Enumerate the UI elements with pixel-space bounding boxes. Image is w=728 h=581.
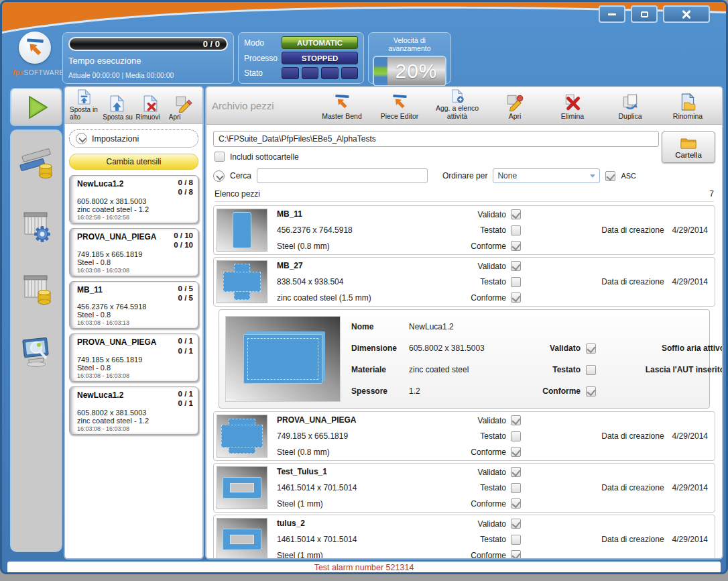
sidebar-item-pieces-archive[interactable] — [17, 143, 56, 182]
close-icon — [682, 9, 691, 19]
execution-stats: Attuale 00:00:00 | Media 00:00:00 — [68, 71, 228, 79]
edit-pencil-icon — [505, 93, 524, 111]
asc-checkbox[interactable] — [605, 171, 615, 181]
testato-checkbox[interactable] — [511, 225, 521, 235]
job-card[interactable]: NewLuca1.2 0 / 10 / 1 605.8002 x 381.500… — [69, 386, 198, 435]
folder-path-input[interactable] — [213, 131, 659, 147]
conforme-checkbox[interactable] — [511, 550, 521, 560]
validato-checkbox[interactable] — [586, 344, 596, 354]
cartella-button[interactable]: Cartella — [662, 131, 715, 163]
remove-button[interactable]: Rimuovi — [134, 89, 167, 122]
job-counts: 0 / 80 / 8 — [178, 178, 193, 197]
duplicate-piece-button[interactable]: Duplica — [601, 89, 659, 122]
search-label: Cerca — [230, 171, 251, 180]
close-button[interactable] — [663, 5, 710, 23]
job-card[interactable]: PROVA_UNA_PIEGA 0 / 10 / 1 749.185 x 665… — [69, 333, 198, 382]
delete-x-icon — [563, 93, 582, 111]
brand-name: fpsSOFTWARE — [13, 69, 57, 76]
duplicate-icon — [621, 93, 640, 111]
minimize-icon — [608, 13, 616, 15]
search-input[interactable] — [257, 168, 428, 183]
impostazioni-dropdown[interactable]: Impostazioni — [69, 129, 198, 148]
stato-indicator — [282, 67, 299, 79]
order-by-select[interactable]: None — [493, 168, 600, 183]
job-card[interactable]: PROVA_UNA_PIEGA 0 / 100 / 10 749.185 x 6… — [69, 228, 198, 276]
include-subfolders-checkbox[interactable] — [215, 152, 225, 162]
piece-row[interactable]: tulus_2 1461.5014 x 701.5014 Steel (1 mm… — [213, 515, 715, 560]
validato-checkbox[interactable] — [511, 415, 521, 425]
conforme-checkbox[interactable] — [511, 498, 521, 509]
piece-row[interactable]: MB_11 456.2376 x 764.5918 Steel (0.8 mm)… — [213, 205, 715, 255]
creation-date-value: 4/29/2014 — [672, 535, 708, 544]
detail-nome-value: NewLuca1.2 — [409, 322, 520, 331]
job-card[interactable]: NewLuca1.2 0 / 80 / 8 605.8002 x 381.500… — [69, 175, 198, 223]
piece-thumbnail — [217, 518, 267, 560]
piece-row[interactable]: Test_Tulus_1 1461.5014 x 701.5014 Steel … — [213, 463, 715, 513]
execution-title: Tempo esecuzione — [68, 56, 228, 66]
execution-progress-value: 0 / 0 — [203, 39, 220, 49]
alarm-bar: Test alarm number 521314 — [7, 562, 721, 573]
alarm-text: Test alarm number 521314 — [314, 563, 414, 572]
creation-date-label: Data di creazione — [601, 225, 664, 235]
stato-label: Stato — [244, 68, 282, 78]
open-piece-button[interactable]: Apri — [486, 89, 544, 122]
sidebar-item-tooling-setup[interactable] — [17, 206, 56, 245]
sidebar-item-tool-archive[interactable] — [17, 269, 56, 308]
testato-checkbox[interactable] — [511, 535, 521, 545]
stato-indicator — [302, 67, 319, 79]
creation-date-value: 4/29/2014 — [672, 277, 708, 286]
conforme-checkbox[interactable] — [511, 241, 521, 251]
validato-checkbox[interactable] — [511, 467, 521, 477]
testato-checkbox[interactable] — [586, 365, 596, 375]
piece-row[interactable]: MB_27 838.504 x 938.504 zinc coated stee… — [213, 257, 715, 307]
testato-checkbox[interactable] — [511, 277, 521, 287]
modo-label: Modo — [244, 38, 282, 48]
conforme-checkbox[interactable] — [511, 447, 521, 457]
creation-date-value: 4/29/2014 — [672, 483, 708, 492]
piece-row[interactable]: PROVA_UNA_PIEGA 749.185 x 665.1819 Steel… — [213, 411, 715, 461]
chevron-down-icon — [590, 174, 595, 178]
piece-editor-button[interactable]: Piece Editor — [371, 89, 428, 122]
search-expander-chevron-icon[interactable] — [213, 170, 225, 182]
job-counts: 0 / 100 / 10 — [174, 231, 193, 250]
job-card[interactable]: MB_11 0 / 50 / 5 456.2376 x 764.5918 Ste… — [69, 281, 198, 329]
activity-list-panel: Sposta in alto Sposta su Rimuovi — [64, 86, 204, 560]
creation-date-label: Data di creazione — [601, 483, 664, 492]
validato-checkbox[interactable] — [511, 261, 521, 271]
delete-piece-button[interactable]: Elimina — [544, 89, 601, 122]
pieces-list: MB_11 456.2376 x 764.5918 Steel (0.8 mm)… — [206, 202, 722, 560]
testato-checkbox[interactable] — [511, 431, 521, 441]
folder-icon — [680, 136, 697, 150]
cambia-utensili-button[interactable]: Cambia utensili — [69, 154, 198, 170]
add-to-activity-button[interactable]: Agg. a elenco attività — [428, 89, 486, 122]
creation-date-label: Data di creazione — [601, 535, 664, 544]
conforme-checkbox[interactable] — [511, 293, 521, 303]
piece-detail-panel[interactable]: Nome NewLuca1.2 Dimensione 605.8002 x 38… — [219, 309, 710, 409]
maximize-icon — [641, 11, 648, 17]
stato-indicators — [282, 67, 358, 79]
maximize-button[interactable] — [631, 5, 658, 23]
piece-thumbnail — [217, 415, 267, 458]
rename-piece-button[interactable]: Rinomina — [659, 89, 717, 122]
open-job-button[interactable]: Apri — [167, 89, 200, 122]
minimize-button[interactable] — [599, 5, 625, 23]
brand-logo-icon — [19, 32, 51, 64]
validato-checkbox[interactable] — [511, 519, 521, 529]
job-list: NewLuca1.2 0 / 80 / 8 605.8002 x 381.500… — [65, 170, 202, 435]
validato-checkbox[interactable] — [511, 209, 521, 219]
window-controls — [599, 5, 710, 23]
run-program-button[interactable] — [10, 88, 62, 126]
edit-pencil-icon — [174, 95, 192, 113]
archive-panel: Archivio pezzi Master Bend Piece Editor — [205, 86, 723, 560]
feed-speed-panel: Velocità di avanzamento 20% — [368, 32, 451, 84]
move-to-top-button[interactable]: Sposta in alto — [68, 89, 101, 122]
app-window: fpsSOFTWARE 0 / 0 Tempo esecuzione Attua… — [0, 0, 728, 574]
conforme-checkbox[interactable] — [586, 386, 596, 397]
execution-progressbar: 0 / 0 — [68, 37, 228, 51]
testato-checkbox[interactable] — [511, 483, 521, 493]
chevron-down-icon — [76, 133, 87, 144]
sidebar-item-diagnostics[interactable] — [17, 332, 56, 371]
creation-date-value: 4/29/2014 — [672, 225, 708, 235]
master-bend-button[interactable]: Master Bend — [313, 89, 371, 122]
move-up-button[interactable]: Sposta su — [101, 89, 133, 122]
